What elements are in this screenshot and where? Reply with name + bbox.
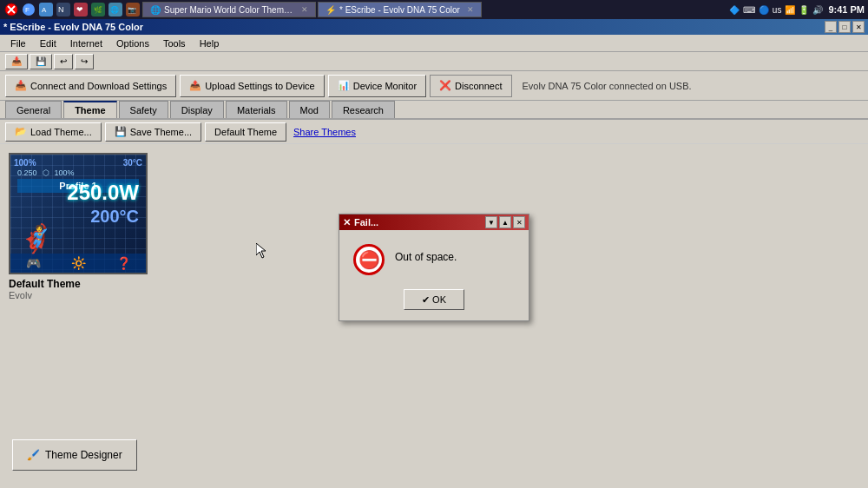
tab-safety[interactable]: Safety <box>119 101 168 118</box>
svg-text:❤: ❤ <box>76 5 83 14</box>
wifi-icon[interactable]: 📶 <box>785 5 795 15</box>
disconnect-icon: ❌ <box>439 80 451 91</box>
toolbar2: 📥 💾 ↩ ↪ <box>0 52 868 71</box>
menu-help[interactable]: Help <box>193 36 227 50</box>
app-icon-4[interactable]: 🌿 <box>90 2 106 17</box>
pbar-icon: ⬡ <box>43 168 49 177</box>
taskbar-left: F A N ❤ 🌿 🌐 📷 🌐 Super Mario World Color … <box>3 2 727 17</box>
tab-theme[interactable]: Theme <box>63 101 116 118</box>
app-icon-5[interactable]: 🌐 <box>108 2 123 17</box>
monitor-label: Device Monitor <box>353 81 417 91</box>
app-icon-6[interactable]: 📷 <box>125 2 141 17</box>
tab-label-2: * EScribe - Evolv DNA 75 Color <box>339 5 460 15</box>
connect-download-button[interactable]: 📥 Connect and Download Settings <box>5 75 176 97</box>
preview-header: 100% 30°C <box>14 158 142 168</box>
dialog-up-button[interactable]: ▲ <box>499 216 511 228</box>
menu-options[interactable]: Options <box>109 36 156 50</box>
tab-close-icon-2[interactable]: ✕ <box>467 5 474 14</box>
taskbar-tab-super-mario[interactable]: 🌐 Super Mario World Color Theme - D... ✕ <box>142 2 316 17</box>
theme-author: Evolv <box>9 290 32 300</box>
kb-indicator: ⌨ <box>743 5 755 15</box>
load-label: Load Theme... <box>30 127 92 137</box>
tabs-bar: General Theme Safety Display Materials M… <box>0 101 868 120</box>
dialog-controls: ▼ ▲ ✕ <box>485 216 525 228</box>
monitor-icon: 📊 <box>338 80 350 91</box>
error-dialog: ✕ Fail... ▼ ▲ ✕ ⛔ Out of space. ✔ OK <box>339 214 529 321</box>
sound-icon[interactable]: 🔊 <box>812 5 823 15</box>
save-label: Save Theme... <box>130 127 192 137</box>
bt-icon[interactable]: 🔵 <box>759 5 769 15</box>
us-label: us <box>773 5 782 15</box>
main-window: * EScribe - Evolv DNA 75 Color _ □ ✕ Fil… <box>0 19 868 488</box>
maximize-button[interactable]: □ <box>838 21 851 33</box>
pbar-right: 100% <box>55 168 75 177</box>
pbar-val: 0.250 <box>17 168 37 177</box>
menu-tools[interactable]: Tools <box>156 36 193 50</box>
preview-temp: 200°C <box>90 207 139 227</box>
preview-background: 100% 30°C 0.250 ⬡ 100% Profile 1 250.0W … <box>10 155 146 273</box>
menu-file[interactable]: File <box>3 36 33 50</box>
share-themes-link[interactable]: Share Themes <box>293 127 356 137</box>
dialog-close-button[interactable]: ✕ <box>513 216 525 228</box>
tab-mod[interactable]: Mod <box>289 101 330 118</box>
small-icon-btn-4[interactable]: ↪ <box>75 54 94 69</box>
small-icon-btn-3[interactable]: ↩ <box>54 54 73 69</box>
theme-controls-bar: 📂 Load Theme... 💾 Save Theme... Default … <box>0 120 868 144</box>
tab-general[interactable]: General <box>5 101 62 118</box>
app-icon-3[interactable]: ❤ <box>73 2 89 17</box>
load-theme-button[interactable]: 📂 Load Theme... <box>5 122 102 142</box>
menu-internet[interactable]: Internet <box>63 36 109 50</box>
battery-icon: 🔋 <box>799 5 809 15</box>
svg-text:F: F <box>25 6 30 14</box>
small-icon-btn-1[interactable]: 📥 <box>5 54 28 69</box>
tab-display[interactable]: Display <box>170 101 224 118</box>
dialog-footer: ✔ OK <box>339 289 529 320</box>
dialog-down-button[interactable]: ▼ <box>485 216 497 228</box>
save-icon: 💾 <box>115 126 127 137</box>
tab-research[interactable]: Research <box>332 101 395 118</box>
svg-text:N: N <box>58 5 64 14</box>
save-theme-button[interactable]: 💾 Save Theme... <box>105 122 201 142</box>
theme-preview[interactable]: 100% 30°C 0.250 ⬡ 100% Profile 1 250.0W … <box>9 153 148 274</box>
svg-text:🌿: 🌿 <box>94 5 102 14</box>
dialog-body: ⛔ Out of space. <box>339 230 529 289</box>
system-tray: 🔷 ⌨ 🔵 us 📶 🔋 🔊 <box>729 5 824 15</box>
dialog-title-icon: ✕ <box>343 217 351 228</box>
tab-materials[interactable]: Materials <box>226 101 287 118</box>
connect-icon: 📥 <box>15 80 27 91</box>
finder-icon[interactable]: F <box>21 2 36 17</box>
taskbar-right: 🔷 ⌨ 🔵 us 📶 🔋 🔊 9:41 PM <box>729 4 865 15</box>
menubar: File Edit Internet Options Tools Help <box>0 35 868 52</box>
default-theme-button[interactable]: Default Theme <box>205 122 286 142</box>
bluetooth-icon[interactable]: 🔷 <box>729 5 740 15</box>
dialog-message: Out of space. <box>395 244 457 263</box>
main-toolbar: 📥 Connect and Download Settings 📤 Upload… <box>0 71 868 101</box>
upload-settings-button[interactable]: 📤 Upload Settings to Device <box>180 75 325 97</box>
tab-close-icon[interactable]: ✕ <box>301 5 308 14</box>
default-label: Default Theme <box>214 127 277 137</box>
menu-edit[interactable]: Edit <box>33 36 63 50</box>
disconnect-button[interactable]: ❌ Disconnect <box>430 75 511 97</box>
app-icon-1[interactable]: A <box>38 2 54 17</box>
preview-pbar: 0.250 ⬡ 100% <box>14 168 78 177</box>
dialog-title-text: Fail... <box>354 217 378 228</box>
disconnect-label: Disconnect <box>455 81 502 91</box>
small-icon-btn-2[interactable]: 💾 <box>30 54 52 69</box>
theme-designer-button[interactable]: 🖌️ Theme Designer <box>12 439 137 471</box>
device-monitor-button[interactable]: 📊 Device Monitor <box>328 75 426 97</box>
taskbar-tab-escribe[interactable]: ⚡ * EScribe - Evolv DNA 75 Color ✕ <box>318 2 482 17</box>
bottom-icon-3: ❓ <box>116 256 131 270</box>
dialog-ok-button[interactable]: ✔ OK <box>404 289 464 310</box>
close-button[interactable]: ✕ <box>852 21 865 33</box>
window-controls: _ □ ✕ <box>825 21 865 33</box>
dialog-titlebar: ✕ Fail... ▼ ▲ ✕ <box>339 214 529 230</box>
designer-section: 🖌️ Theme Designer <box>12 439 859 471</box>
close-icon[interactable] <box>3 2 19 17</box>
minimize-button[interactable]: _ <box>825 21 837 33</box>
theme-name: Default Theme <box>9 278 81 290</box>
upload-icon: 📤 <box>189 80 201 91</box>
svg-text:🌐: 🌐 <box>110 5 119 14</box>
svg-text:A: A <box>42 6 47 14</box>
app-icon-2[interactable]: N <box>56 2 71 17</box>
designer-label: Theme Designer <box>45 449 122 461</box>
